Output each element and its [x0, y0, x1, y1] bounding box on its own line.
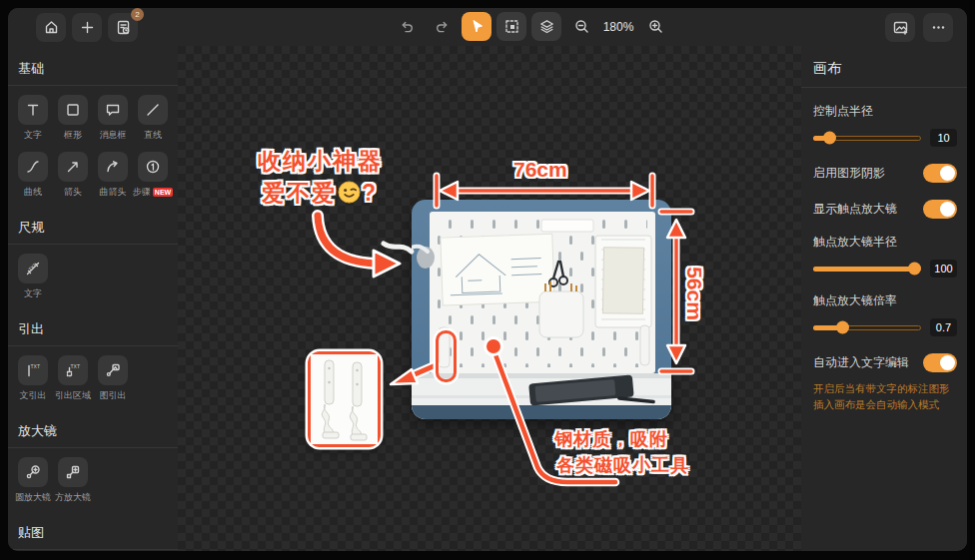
text-callout-icon: TXT — [24, 361, 42, 379]
svg-text:TXT: TXT — [71, 363, 80, 369]
curved-arrow-tool-button[interactable] — [98, 152, 128, 182]
image-callout-tool-button[interactable] — [98, 355, 128, 385]
zoom-in-button[interactable] — [640, 12, 670, 41]
text-tool-button[interactable] — [18, 95, 48, 125]
undo-button[interactable] — [392, 12, 422, 41]
zoom-level-indicator[interactable]: 180% — [601, 20, 635, 34]
magnifier-source-highlight[interactable] — [436, 330, 457, 382]
tool-grid-ruler: TXT 文字 — [8, 245, 178, 312]
pegboard-photo[interactable] — [412, 200, 671, 419]
zoom-out-button[interactable] — [566, 12, 596, 41]
headline-arrow[interactable] — [318, 216, 400, 277]
zoom-out-icon — [573, 18, 590, 35]
section-basic: 基础 文字 框形 消息框 直线 — [8, 52, 178, 211]
section-title: 引出 — [8, 312, 178, 345]
inspector-panel: 画布 控制点半径 10 启用图形阴影 显示触点放大镜 触点放大镜半径 100 触… — [801, 46, 967, 551]
tool-label: 曲线 — [24, 186, 42, 199]
headline-text-line2[interactable]: 爱不爱? — [262, 178, 378, 210]
touch-magnifier-scale-value[interactable]: 0.7 — [930, 318, 957, 336]
drafts-count-badge: 2 — [131, 8, 144, 21]
tool-label: 曲箭头 — [100, 186, 127, 199]
auto-text-edit-toggle[interactable] — [923, 353, 957, 372]
dimension-width-label[interactable]: 76cm — [513, 158, 567, 182]
tool-text[interactable]: 文字 — [13, 95, 53, 142]
more-menu-button[interactable] — [923, 13, 953, 42]
topbar: 2 180% — [8, 8, 967, 46]
slider-thumb[interactable] — [836, 321, 849, 334]
headline-text-line1[interactable]: 收纳小神器 — [258, 146, 383, 177]
control-point-radius-slider[interactable] — [813, 136, 921, 141]
tool-square-magnifier[interactable]: 方放大镜 — [53, 457, 93, 504]
material-callout-line2[interactable]: 各类磁吸小工具 — [556, 453, 689, 477]
export-image-icon — [892, 19, 909, 36]
tool-rectangle[interactable]: 框形 — [53, 95, 93, 142]
new-document-button[interactable] — [72, 13, 102, 42]
tool-grid-callout: TXT 文引出 TXT 引出区域 图引出 — [8, 346, 178, 414]
ruler-text-icon: TXT — [24, 260, 42, 278]
region-select-button[interactable] — [496, 12, 526, 41]
section-ruler: 尺规 TXT 文字 — [8, 211, 178, 312]
home-button[interactable] — [36, 13, 66, 42]
touch-magnifier-scale-slider[interactable] — [813, 325, 921, 330]
material-callout-line1[interactable]: 钢材质，吸附 — [554, 427, 668, 451]
show-touch-magnifier-label: 显示触点放大镜 — [813, 201, 897, 218]
arrow-tool-button[interactable] — [58, 152, 88, 182]
drafts-button[interactable]: 2 — [108, 13, 138, 42]
text-callout-tool-button[interactable]: TXT — [18, 355, 48, 385]
text-icon — [24, 101, 42, 119]
region-select-icon — [503, 18, 520, 35]
tool-circle-magnifier[interactable]: 圆放大镜 — [13, 457, 53, 504]
line-tool-button[interactable] — [138, 95, 168, 125]
rectangle-tool-button[interactable] — [58, 95, 88, 125]
tool-region-callout[interactable]: TXT 引出区域 — [53, 355, 93, 402]
tool-label: 文引出 — [20, 389, 47, 402]
select-tool-button[interactable] — [462, 12, 491, 41]
slider-thumb[interactable] — [908, 263, 921, 276]
redo-button[interactable] — [427, 12, 457, 41]
tool-label: 框形 — [64, 129, 82, 142]
square-magnifier-tool-button[interactable] — [58, 457, 88, 487]
curved-arrow-icon — [104, 158, 122, 176]
tool-label: 直线 — [144, 129, 162, 142]
export-image-button[interactable] — [885, 13, 915, 42]
circle-magnifier-icon — [24, 463, 42, 481]
tool-arrow[interactable]: 箭头 — [53, 152, 93, 199]
touch-magnifier-radius-label: 触点放大镜半径 — [813, 234, 957, 251]
tool-image-callout[interactable]: 图引出 — [93, 355, 133, 402]
tool-text-callout[interactable]: TXT 文引出 — [13, 355, 53, 402]
ruler-text-tool-button[interactable]: TXT — [18, 254, 48, 283]
control-point-radius-label: 控制点半径 — [813, 103, 957, 120]
show-touch-magnifier-toggle[interactable] — [923, 200, 957, 219]
cable-doodle[interactable] — [384, 244, 412, 252]
message-box-tool-button[interactable] — [98, 95, 128, 125]
svg-text:TXT: TXT — [31, 363, 40, 369]
touch-magnifier-radius-row: 100 — [813, 260, 957, 278]
shape-shadow-toggle[interactable] — [923, 164, 957, 183]
tool-line[interactable]: 直线 — [133, 95, 173, 142]
show-touch-magnifier-row: 显示触点放大镜 — [813, 200, 957, 219]
message-box-icon — [104, 101, 122, 119]
cursor-icon — [469, 18, 486, 35]
tool-ruler-text[interactable]: TXT 文字 — [13, 254, 53, 300]
dimension-height-label[interactable]: 56cm — [682, 263, 706, 324]
tool-steps[interactable]: 步骤NEW — [133, 152, 173, 199]
auto-text-edit-row: 自动进入文字编辑 — [813, 353, 957, 372]
steps-icon — [144, 158, 162, 176]
tool-curve[interactable]: 曲线 — [13, 152, 53, 199]
canvas[interactable]: 收纳小神器 爱不爱? 76cm 56cm 钢材质，吸附 各类磁吸小工具 — [178, 46, 801, 551]
shape-shadow-label: 启用图形阴影 — [813, 165, 885, 182]
curve-tool-button[interactable] — [18, 152, 48, 182]
steps-tool-button[interactable] — [138, 152, 168, 182]
touch-magnifier-radius-slider[interactable] — [813, 267, 921, 272]
tool-message-box[interactable]: 消息框 — [93, 95, 133, 142]
circle-magnifier-tool-button[interactable] — [18, 457, 48, 487]
layers-button[interactable] — [531, 12, 561, 41]
tool-grid-basic: 文字 框形 消息框 直线 曲线 — [8, 86, 178, 211]
slider-thumb[interactable] — [823, 132, 836, 145]
zoom-in-icon — [647, 18, 664, 35]
tool-curved-arrow[interactable]: 曲箭头 — [93, 152, 133, 199]
control-point-radius-value[interactable]: 10 — [930, 129, 957, 147]
magnifier-inset-box[interactable] — [308, 351, 381, 447]
region-callout-tool-button[interactable]: TXT — [58, 355, 88, 385]
touch-magnifier-radius-value[interactable]: 100 — [930, 260, 957, 278]
